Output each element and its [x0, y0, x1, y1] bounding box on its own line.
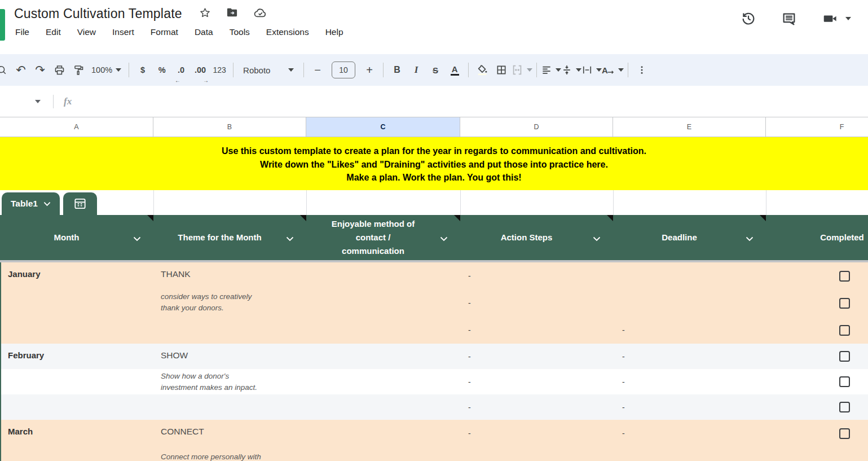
action-steps-cell[interactable]: -: [468, 369, 471, 394]
row-checkbox[interactable]: [839, 298, 850, 309]
menu-item-help[interactable]: Help: [325, 27, 343, 37]
table-header-action[interactable]: Action Steps: [460, 215, 613, 260]
decrease-font-size-button[interactable]: −: [308, 60, 327, 80]
menu-item-edit[interactable]: Edit: [46, 27, 61, 37]
font-selector[interactable]: Roboto: [237, 60, 299, 80]
note-cell[interactable]: consider ways to creatively thank your d…: [161, 291, 252, 314]
month-cell[interactable]: February: [8, 350, 44, 360]
deadline-cell[interactable]: -: [622, 420, 625, 447]
fx-icon[interactable]: fx: [64, 96, 72, 107]
menu-item-tools[interactable]: Tools: [230, 27, 250, 37]
deadline-cell[interactable]: -: [622, 317, 625, 344]
table-header-theme[interactable]: Theme for the Month: [153, 215, 306, 260]
table-tab-caret-icon[interactable]: [43, 201, 51, 207]
comments-icon[interactable]: [781, 11, 797, 27]
row-checkbox[interactable]: [839, 376, 850, 387]
bold-button[interactable]: B: [387, 60, 407, 80]
action-steps-cell[interactable]: -: [468, 344, 471, 369]
chevron-down-icon[interactable]: [133, 234, 141, 244]
text-rotation-button[interactable]: A: [602, 60, 624, 80]
chevron-down-icon[interactable]: [440, 234, 448, 244]
row-checkbox[interactable]: [839, 351, 850, 362]
theme-cell[interactable]: THANK: [161, 269, 191, 279]
increase-decimal-button[interactable]: .00→: [191, 60, 210, 80]
more-formats-button[interactable]: 123: [210, 60, 229, 80]
row-checkbox[interactable]: [839, 402, 850, 412]
title-bar: Custom Cultivation Template FileEditView…: [0, 0, 868, 50]
text-wrap-button[interactable]: [581, 60, 602, 80]
chevron-down-icon[interactable]: [286, 234, 294, 244]
column-header-d[interactable]: D: [460, 117, 613, 137]
fill-color-button[interactable]: [473, 60, 492, 80]
paint-format-button[interactable]: [69, 60, 88, 80]
table-header-enjoyable[interactable]: Enjoyable method of contact / communicat…: [306, 215, 460, 260]
menu-item-insert[interactable]: Insert: [112, 27, 134, 37]
action-steps-cell[interactable]: -: [468, 317, 471, 344]
zoom-control[interactable]: 100%: [88, 60, 125, 80]
table-tab-label: Table1: [11, 199, 38, 209]
row-checkbox[interactable]: [839, 428, 850, 439]
text-color-button[interactable]: A: [445, 60, 464, 80]
horizontal-align-button[interactable]: [541, 60, 561, 80]
table-views-button[interactable]: [63, 192, 97, 215]
column-header-e[interactable]: E: [613, 117, 766, 137]
name-box-caret-icon[interactable]: [35, 100, 41, 103]
banner-cell[interactable]: Use this custom template to create a pla…: [0, 137, 868, 190]
format-currency-button[interactable]: $: [133, 60, 152, 80]
more-options-icon[interactable]: [632, 60, 651, 80]
video-call-icon[interactable]: [822, 10, 851, 27]
chevron-down-icon[interactable]: [746, 234, 754, 244]
table-tab[interactable]: Table1: [2, 192, 60, 215]
table-row: FebruarySHOW--: [0, 344, 868, 369]
action-steps-cell[interactable]: -: [468, 262, 471, 289]
row-checkbox[interactable]: [839, 271, 850, 282]
menu-item-view[interactable]: View: [77, 27, 96, 37]
table-header-deadline[interactable]: Deadline: [613, 215, 766, 260]
table-header-month[interactable]: Month: [0, 215, 153, 260]
menu-item-data[interactable]: Data: [195, 27, 213, 37]
increase-font-size-button[interactable]: +: [360, 60, 379, 80]
sheets-logo[interactable]: [0, 9, 5, 41]
note-cell[interactable]: Show how a donor's investment makes an i…: [161, 371, 257, 393]
italic-button[interactable]: I: [407, 60, 426, 80]
video-call-caret-icon[interactable]: [845, 17, 851, 20]
column-header-c[interactable]: C: [306, 117, 460, 137]
row-checkbox[interactable]: [839, 325, 850, 336]
column-header-f[interactable]: F: [766, 117, 868, 137]
column-header-a[interactable]: A: [0, 117, 153, 137]
action-steps-cell[interactable]: -: [468, 289, 471, 317]
decrease-decimal-button[interactable]: .0←: [171, 60, 191, 80]
action-steps-cell[interactable]: -: [468, 394, 471, 420]
strikethrough-button[interactable]: S: [426, 60, 445, 80]
deadline-cell[interactable]: -: [622, 344, 625, 369]
theme-cell[interactable]: SHOW: [161, 350, 188, 361]
search-icon[interactable]: [0, 60, 11, 80]
format-percent-button[interactable]: %: [152, 60, 171, 80]
column-header-b[interactable]: B: [153, 117, 306, 137]
print-button[interactable]: [50, 60, 69, 80]
star-icon[interactable]: [199, 7, 211, 21]
menu-item-extensions[interactable]: Extensions: [266, 27, 309, 37]
cloud-saved-icon[interactable]: [253, 6, 267, 22]
deadline-cell[interactable]: -: [622, 369, 625, 394]
menu-item-format[interactable]: Format: [151, 27, 178, 37]
vertical-align-button[interactable]: [561, 60, 581, 80]
redo-button[interactable]: ↷: [30, 60, 50, 80]
month-cell[interactable]: January: [8, 269, 41, 279]
table-header-completed[interactable]: Completed: [766, 215, 868, 260]
action-steps-cell[interactable]: -: [468, 420, 471, 447]
doc-title[interactable]: Custom Cultivation Template: [14, 6, 182, 21]
theme-cell[interactable]: CONNECT: [161, 427, 204, 437]
chevron-down-icon[interactable]: [593, 234, 601, 244]
move-folder-icon[interactable]: [226, 6, 239, 21]
font-size-input[interactable]: 10: [332, 62, 355, 78]
header-corner-marker-icon: [300, 215, 306, 221]
undo-button[interactable]: ↶: [11, 60, 30, 80]
month-cell[interactable]: March: [8, 427, 33, 436]
deadline-cell[interactable]: -: [622, 394, 625, 420]
version-history-icon[interactable]: [741, 11, 756, 27]
menu-item-file[interactable]: File: [15, 27, 29, 37]
table-header-label: Enjoyable method of contact / communicat…: [306, 215, 440, 260]
note-cell[interactable]: Connect more personally with: [161, 451, 261, 461]
borders-button[interactable]: [492, 60, 511, 80]
